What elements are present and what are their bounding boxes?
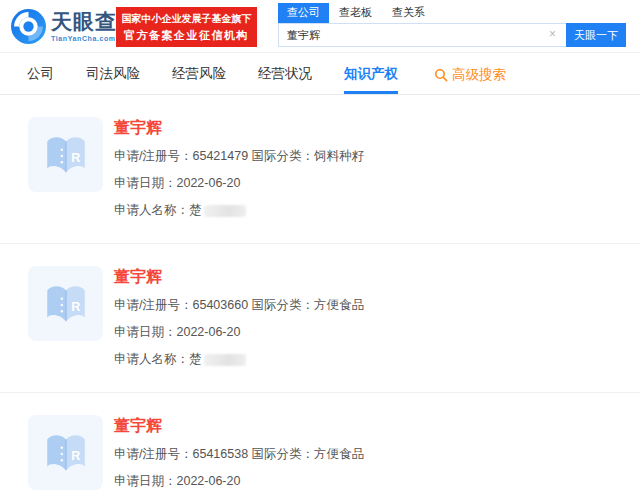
- apply-date-value: 2022-06-20: [177, 176, 241, 190]
- intl-class-label: 国际分类：: [252, 149, 315, 163]
- apply-date-row: 申请日期：2022-06-20: [114, 170, 364, 197]
- apply-date-label: 申请日期：: [114, 325, 177, 339]
- reg-no-label: 申请/注册号：: [114, 447, 192, 461]
- reg-no-value: 65421479: [192, 149, 248, 163]
- applicant-row: 申请人名称：楚: [114, 346, 364, 373]
- trademark-title[interactable]: 董宇辉: [114, 418, 364, 434]
- intl-class-value: 饲料种籽: [314, 149, 364, 163]
- trademark-result-row: R 董宇辉 申请/注册号：65421479 国际分类：饲料种籽 申请日期：202…: [0, 95, 640, 244]
- trademark-book-icon[interactable]: R: [28, 266, 103, 341]
- logo-title: 天眼查: [51, 11, 117, 32]
- intl-class-value: 方便食品: [314, 447, 364, 461]
- tianyancha-logo[interactable]: 天眼查 TianYanCha.com: [10, 8, 117, 45]
- advanced-search[interactable]: 高级搜索: [434, 53, 506, 94]
- apply-date-label: 申请日期：: [114, 474, 177, 488]
- trademark-book-icon[interactable]: R: [28, 117, 103, 192]
- svg-text:R: R: [71, 300, 80, 314]
- logo-text: 天眼查 TianYanCha.com: [51, 11, 117, 42]
- registration-row: 申请/注册号：65421479 国际分类：饲料种籽: [114, 143, 364, 170]
- trademark-result-row: R 董宇辉 申请/注册号：65403660 国际分类：方便食品 申请日期：202…: [0, 244, 640, 393]
- registration-row: 申请/注册号：65403660 国际分类：方便食品: [114, 292, 364, 319]
- nav-item-company[interactable]: 公司: [27, 53, 54, 94]
- trademark-book-icon[interactable]: R: [28, 415, 103, 490]
- applicant-value: 楚: [189, 352, 202, 366]
- search-button[interactable]: 天眼一下: [566, 23, 626, 47]
- applicant-value: 楚: [189, 203, 202, 217]
- search-tab-boss[interactable]: 查老板: [329, 3, 382, 23]
- intl-class-label: 国际分类：: [252, 447, 315, 461]
- nav-item-intellectual-property[interactable]: 知识产权: [344, 53, 398, 94]
- nav-item-judicial-risk[interactable]: 司法风险: [86, 53, 140, 94]
- applicant-row: 申请人名称：上海实业有限公司: [114, 495, 364, 500]
- redacted-text: [204, 354, 246, 366]
- nav-item-operation-status[interactable]: 经营状况: [258, 53, 312, 94]
- svg-text:R: R: [71, 151, 80, 165]
- search-tabs: 查公司 查老板 查关系: [278, 5, 626, 23]
- nav-item-operation-risk[interactable]: 经营风险: [172, 53, 226, 94]
- card-body: 董宇辉 申请/注册号：65403660 国际分类：方便食品 申请日期：2022-…: [114, 266, 364, 373]
- apply-date-row: 申请日期：2022-06-20: [114, 319, 364, 346]
- applicant-row: 申请人名称：楚: [114, 197, 364, 224]
- trademark-title[interactable]: 董宇辉: [114, 120, 364, 136]
- header: 天眼查 TianYanCha.com 国家中小企业发展子基金旗下 官方备案企业征…: [0, 0, 640, 53]
- tianyancha-logo-icon: [10, 8, 47, 45]
- apply-date-row: 申请日期：2022-06-20: [114, 468, 364, 495]
- tianyancha-page: 天眼查 TianYanCha.com 国家中小企业发展子基金旗下 官方备案企业征…: [0, 0, 640, 500]
- search-area: 查公司 查老板 查关系 × 天眼一下: [278, 5, 626, 47]
- search-tab-relation[interactable]: 查关系: [382, 3, 435, 23]
- reg-no-label: 申请/注册号：: [114, 149, 192, 163]
- trademark-title[interactable]: 董宇辉: [114, 269, 364, 285]
- applicant-label: 申请人名称：: [114, 203, 189, 217]
- clear-icon[interactable]: ×: [546, 28, 559, 41]
- certification-banner: 国家中小企业发展子基金旗下 官方备案企业征信机构: [116, 7, 257, 47]
- svg-text:R: R: [71, 449, 80, 463]
- reg-no-label: 申请/注册号：: [114, 298, 192, 312]
- applicant-label: 申请人名称：: [114, 352, 189, 366]
- apply-date-value: 2022-06-20: [177, 474, 241, 488]
- trademark-result-row: R 董宇辉 申请/注册号：65416538 国际分类：方便食品 申请日期：202…: [0, 393, 640, 500]
- search-input[interactable]: [278, 23, 566, 47]
- card-body: 董宇辉 申请/注册号：65421479 国际分类：饲料种籽 申请日期：2022-…: [114, 117, 364, 224]
- intl-class-value: 方便食品: [314, 298, 364, 312]
- result-nav: 公司 司法风险 经营风险 经营状况 知识产权 高级搜索: [0, 53, 640, 95]
- search-input-wrap: ×: [278, 23, 566, 47]
- logo-domain: TianYanCha.com: [51, 35, 117, 42]
- reg-no-value: 65403660: [192, 298, 248, 312]
- registration-row: 申请/注册号：65416538 国际分类：方便食品: [114, 441, 364, 468]
- intl-class-label: 国际分类：: [252, 298, 315, 312]
- search-icon: [434, 68, 448, 82]
- apply-date-value: 2022-06-20: [177, 325, 241, 339]
- card-body: 董宇辉 申请/注册号：65416538 国际分类：方便食品 申请日期：2022-…: [114, 415, 364, 500]
- banner-line1: 国家中小企业发展子基金旗下: [122, 12, 252, 26]
- redacted-text: [204, 205, 246, 217]
- reg-no-value: 65416538: [192, 447, 248, 461]
- banner-line2: 官方备案企业征信机构: [124, 28, 249, 43]
- advanced-search-label: 高级搜索: [452, 66, 506, 84]
- search-tab-company[interactable]: 查公司: [278, 3, 329, 23]
- apply-date-label: 申请日期：: [114, 176, 177, 190]
- search-row: × 天眼一下: [278, 23, 626, 47]
